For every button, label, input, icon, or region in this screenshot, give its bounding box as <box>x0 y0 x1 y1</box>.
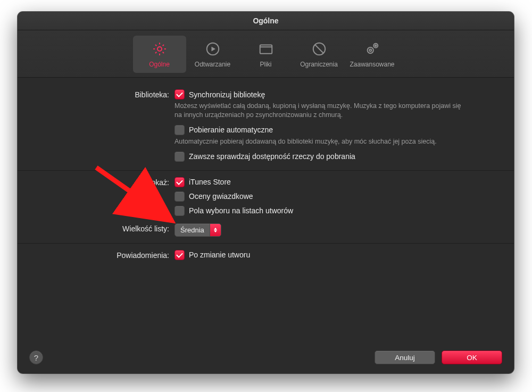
cancel-button[interactable]: Anuluj <box>375 351 435 364</box>
restrictions-icon <box>311 41 327 59</box>
stepper-arrows-icon <box>210 224 221 236</box>
checkbox-label: Pobieranie automatyczne <box>189 126 273 134</box>
gear-icon <box>152 41 168 59</box>
preferences-toolbar: Ogólne Odtwarzanie Pliki <box>18 30 514 78</box>
checkbox-label: Oceny gwiazdkowe <box>189 192 253 201</box>
svg-point-0 <box>157 47 162 51</box>
checkbox-star-ratings[interactable] <box>174 191 185 202</box>
svg-point-7 <box>375 45 376 46</box>
tab-label: Odtwarzanie <box>195 61 230 68</box>
folder-icon <box>258 41 274 59</box>
svg-point-5 <box>369 49 371 51</box>
window-title: Ogólne <box>253 16 278 25</box>
separator <box>18 243 514 244</box>
tab-files[interactable]: Pliki <box>239 36 293 73</box>
tab-label: Pliki <box>260 61 271 68</box>
label-notifications: Powiadomienia: <box>34 250 174 260</box>
select-value: Średnia <box>180 226 204 234</box>
svg-point-4 <box>367 47 373 53</box>
checkbox-label: Pola wyboru na listach utworów <box>189 206 293 215</box>
tab-label: Ograniczenia <box>300 61 338 68</box>
checkbox-list-checkboxes[interactable] <box>174 206 185 216</box>
checkbox-label: Synchronizuj bibliotekę <box>189 90 265 99</box>
label-library: Biblioteka: <box>34 89 174 99</box>
label-list-size: Wielkość listy: <box>34 223 174 233</box>
label-show: Pokaż: <box>34 177 174 187</box>
checkbox-label: Po zmianie utworu <box>189 251 250 259</box>
button-label: OK <box>467 354 477 362</box>
ok-button[interactable]: OK <box>442 351 502 364</box>
desc-sync-library: Możesz wyświetlać całą dodaną, kupioną i… <box>174 102 462 120</box>
checkbox-label: iTunes Store <box>189 178 231 186</box>
select-list-size[interactable]: Średnia <box>174 223 221 237</box>
row-list-size: Wielkość listy: Średnia <box>34 223 498 237</box>
tab-general[interactable]: Ogólne <box>133 36 186 73</box>
titlebar: Ogólne <box>18 12 514 30</box>
checkbox-check-downloads[interactable] <box>174 152 185 162</box>
row-show: Pokaż: iTunes Store Oceny gwiazdkowe Pol… <box>34 177 498 218</box>
tab-playback[interactable]: Odtwarzanie <box>186 36 239 73</box>
tab-label: Ogólne <box>149 61 170 68</box>
tab-restrictions[interactable]: Ograniczenia <box>293 36 346 73</box>
svg-rect-2 <box>260 45 272 53</box>
preferences-window: Ogólne Ogólne Odtwarzanie <box>18 12 514 373</box>
tab-label: Zaawansowane <box>350 61 394 68</box>
row-library: Biblioteka: Synchronizuj bibliotekę Może… <box>34 89 498 164</box>
button-label: Anuluj <box>395 354 415 362</box>
checkbox-itunes-store[interactable] <box>174 177 185 187</box>
help-button[interactable]: ? <box>29 351 43 364</box>
gears-icon <box>364 41 380 59</box>
separator <box>18 170 514 171</box>
checkbox-sync-library[interactable] <box>174 89 185 99</box>
help-icon: ? <box>34 353 38 362</box>
play-icon <box>205 41 221 59</box>
footer: ? Anuluj OK <box>18 341 514 373</box>
content-pane: Biblioteka: Synchronizuj bibliotekę Może… <box>18 78 514 262</box>
row-notifications: Powiadomienia: Po zmianie utworu <box>34 250 498 262</box>
checkbox-on-song-change[interactable] <box>174 250 185 260</box>
desc-auto-download: Automatycznie pobieraj dodawaną do bibli… <box>174 137 462 146</box>
svg-point-6 <box>373 43 378 47</box>
tab-advanced[interactable]: Zaawansowane <box>346 36 399 73</box>
checkbox-label: Zawsze sprawdzaj dostępność rzeczy do po… <box>189 152 355 161</box>
checkbox-auto-download[interactable] <box>174 125 185 135</box>
